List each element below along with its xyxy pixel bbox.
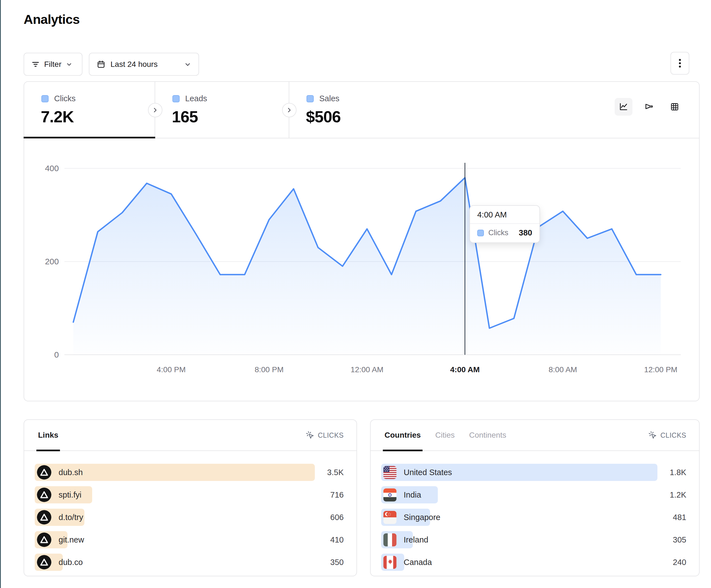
list-item-value: 350 [315, 558, 344, 567]
funnel-view-button[interactable] [640, 98, 658, 116]
us-flag-icon [383, 466, 396, 479]
tooltip-value: 380 [519, 228, 532, 238]
tab-cities[interactable]: Cities [435, 420, 455, 451]
list-item-value: 240 [658, 558, 686, 567]
dub-logo-avatar [37, 488, 51, 502]
dub-logo-avatar [37, 488, 51, 502]
list-item[interactable]: git.new 410 [35, 531, 344, 548]
dub-logo-avatar [37, 533, 51, 547]
dub-logo-avatar [37, 510, 51, 524]
tab-sales[interactable]: Sales $506 [289, 82, 434, 138]
singapore-flag-icon [383, 511, 396, 524]
dub-logo-avatar [37, 465, 51, 479]
svg-text:4:00 PM: 4:00 PM [157, 365, 186, 374]
svg-text:400: 400 [45, 164, 59, 173]
list-item-value: 1.8K [658, 468, 686, 477]
tab-countries-label: Countries [385, 431, 421, 439]
analytics-chart-card: Clicks 7.2K Leads 165 Sales $506 [24, 81, 699, 401]
stats-tabs-row: Clicks 7.2K Leads 165 Sales $506 [24, 82, 699, 138]
chevron-down-icon [184, 61, 191, 68]
countries-metric-selector[interactable]: CLICKS [648, 431, 686, 439]
tab-leads[interactable]: Leads 165 [155, 82, 289, 138]
india-flag-icon [383, 489, 396, 501]
line-chart-view-button[interactable] [615, 98, 632, 116]
stat-label: Sales [319, 94, 340, 103]
tab-links[interactable]: Links [38, 420, 58, 451]
links-panel-header: Links CLICKS [24, 420, 357, 451]
sales-legend-swatch [306, 95, 314, 103]
links-metric-selector[interactable]: CLICKS [306, 431, 344, 439]
tooltip-legend-swatch [477, 230, 484, 236]
chevron-right-icon [286, 107, 292, 113]
clicks-value: 7.2K [41, 107, 74, 126]
countries-panel-header: Countries Cities Continents CLICKS [371, 420, 699, 451]
date-range-button[interactable]: Last 24 hours [89, 53, 199, 76]
list-item[interactable]: d.to/try 606 [35, 509, 344, 526]
list-item-label: Canada [404, 558, 432, 567]
tooltip-time: 4:00 AM [470, 206, 539, 224]
chart-area-fill [73, 178, 661, 355]
list-item-label: Singapore [404, 513, 440, 522]
list-item[interactable]: spti.fyi 716 [35, 486, 344, 503]
list-item-label: dub.co [59, 558, 83, 567]
list-item-label: United States [404, 468, 452, 477]
analytics-page: Analytics Filter Last 24 hours Clicks 7.… [0, 0, 711, 588]
dub-logo-avatar [37, 510, 51, 524]
list-item-value: 3.5K [315, 468, 344, 477]
list-item-value: 305 [658, 535, 686, 544]
leads-value: 165 [172, 107, 198, 126]
active-tab-underline [24, 137, 155, 138]
list-item-label: git.new [59, 535, 84, 544]
ie-flag-icon [383, 533, 396, 546]
line-chart-icon [618, 101, 629, 112]
tab-continents[interactable]: Continents [469, 420, 507, 451]
list-item-value: 1.2K [658, 490, 686, 499]
table-view-button[interactable] [666, 98, 684, 116]
tab-clicks[interactable]: Clicks 7.2K [24, 82, 155, 138]
filter-button[interactable]: Filter [24, 53, 83, 76]
svg-text:8:00 AM: 8:00 AM [548, 365, 577, 374]
svg-text:0: 0 [54, 350, 59, 359]
stat-label: Clicks [54, 94, 76, 103]
list-item[interactable]: dub.sh 3.5K [35, 464, 344, 481]
chevron-down-icon [66, 61, 72, 68]
in-flag-icon [383, 489, 396, 501]
svg-text:200: 200 [45, 257, 59, 266]
list-item-value: 716 [315, 490, 344, 499]
svg-text:12:00 AM: 12:00 AM [351, 365, 383, 374]
date-range-label: Last 24 hours [110, 60, 158, 69]
svg-text:12:00 PM: 12:00 PM [644, 365, 677, 374]
tab-countries[interactable]: Countries [385, 420, 421, 451]
funnel-chart-icon [644, 101, 654, 112]
chart-view-toggles [615, 98, 684, 116]
list-item[interactable]: United States 1.8K [381, 464, 686, 481]
list-item-value: 410 [315, 535, 344, 544]
canada-flag-icon [383, 556, 396, 569]
list-item-value: 481 [658, 513, 686, 522]
clicks-time-series-chart[interactable]: 02004004:00 PM8:00 PM12:00 AM4:00 AM8:00… [24, 138, 699, 401]
more-options-button[interactable] [670, 52, 689, 75]
ireland-flag-icon [383, 533, 396, 546]
kebab-menu-icon [675, 57, 685, 69]
chart-tooltip: 4:00 AM Clicks 380 [470, 205, 540, 243]
page-title: Analytics [24, 12, 80, 27]
tab-continents-label: Continents [469, 431, 507, 439]
expand-leads-chevron[interactable] [282, 103, 297, 117]
svg-text:8:00 PM: 8:00 PM [255, 365, 283, 374]
sg-flag-icon [383, 511, 396, 524]
dub-logo-avatar [37, 533, 51, 547]
svg-text:4:00 AM: 4:00 AM [450, 365, 480, 374]
list-item[interactable]: Canada 240 [381, 553, 686, 571]
list-item-label: India [404, 490, 421, 499]
list-item-label: d.to/try [59, 513, 83, 522]
cursor-click-icon [648, 431, 657, 439]
stat-label: Leads [185, 94, 207, 103]
expand-clicks-chevron[interactable] [148, 103, 163, 117]
countries-metric-label: CLICKS [661, 431, 686, 439]
table-grid-icon [669, 101, 680, 112]
list-item[interactable]: Singapore 481 [381, 509, 686, 526]
list-item-value: 606 [315, 513, 344, 522]
list-item[interactable]: dub.co 350 [35, 553, 344, 571]
list-item[interactable]: India 1.2K [381, 486, 686, 503]
list-item[interactable]: Ireland 305 [381, 531, 686, 548]
